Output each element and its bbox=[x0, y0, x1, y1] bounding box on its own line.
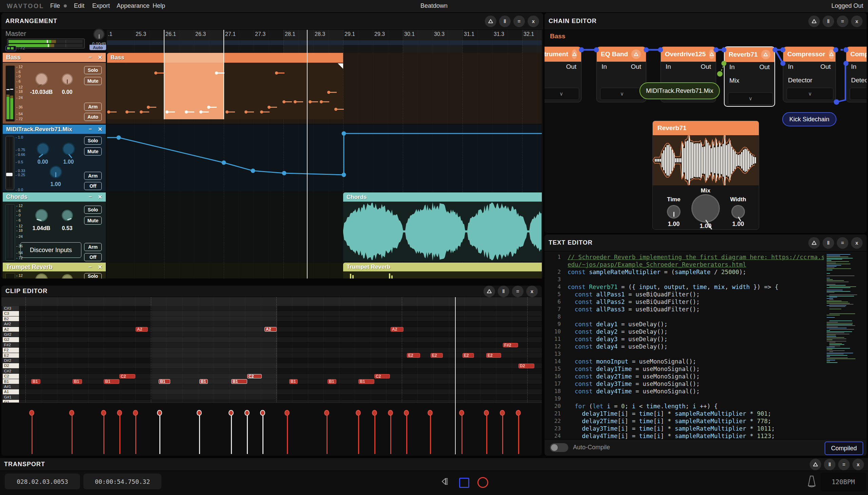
piano-key-A1[interactable]: A1 bbox=[3, 389, 19, 394]
velocity-stem[interactable] bbox=[103, 415, 104, 454]
menu-edit[interactable]: Edit bbox=[74, 2, 84, 10]
mix-knob[interactable] bbox=[691, 194, 720, 223]
kick-sidechain-node[interactable]: Kick Sidechain bbox=[782, 112, 836, 126]
pan-box[interactable] bbox=[5, 46, 16, 51]
bass-pan-knob[interactable] bbox=[62, 73, 73, 85]
node-header[interactable]: EQ Band bbox=[597, 47, 646, 62]
trumpet-clip-body[interactable] bbox=[343, 271, 542, 278]
velocity-stem[interactable] bbox=[462, 415, 463, 454]
code-line[interactable]: 9 const delay1 = useDelay(); bbox=[546, 321, 824, 328]
midi-note-B1[interactable]: B1 bbox=[358, 379, 374, 383]
midi-note-A2[interactable]: A2 bbox=[265, 327, 277, 331]
out-port-label[interactable]: Out bbox=[820, 63, 831, 70]
menu-icon[interactable]: = bbox=[838, 459, 850, 470]
chords-solo-button[interactable]: Solo bbox=[84, 206, 102, 214]
velocity-stem[interactable] bbox=[287, 415, 288, 454]
code-line[interactable]: 3 bbox=[546, 276, 824, 283]
midi-note-B1[interactable]: B1 bbox=[289, 379, 298, 383]
collapsed-track-row[interactable] bbox=[107, 40, 542, 45]
cycle-icon[interactable] bbox=[808, 237, 820, 249]
velocity-handle[interactable] bbox=[133, 410, 138, 416]
velocity-handle[interactable] bbox=[324, 410, 329, 416]
velocity-handle[interactable] bbox=[428, 410, 433, 416]
chain-node-trument[interactable]: trumentOut∨ bbox=[545, 47, 582, 102]
piano-key-Fs2[interactable]: F#2 bbox=[3, 343, 19, 347]
menu-appearance[interactable]: Appearance bbox=[117, 2, 150, 10]
mix-slider[interactable] bbox=[5, 136, 14, 190]
piano-key-B2[interactable]: B2 bbox=[3, 317, 19, 322]
code-line[interactable]: 6 const allPass2 = useBiQuadFilter(); bbox=[546, 298, 824, 306]
velocity-stem[interactable] bbox=[247, 415, 248, 454]
cycle-icon[interactable] bbox=[709, 50, 714, 59]
midi-note-D2[interactable]: D2 bbox=[518, 363, 534, 368]
chords-discover-inputs-button[interactable]: Discover Inputs bbox=[20, 242, 81, 258]
velocity-stem[interactable] bbox=[135, 415, 136, 454]
out-port-label[interactable]: Out bbox=[566, 63, 577, 70]
code-line[interactable]: 19 bbox=[546, 395, 824, 403]
code-line[interactable]: 4const Reverb71 = ({ input, output, time… bbox=[546, 283, 824, 291]
port-label-detector[interactable]: Detector bbox=[851, 76, 867, 84]
piano-key-Cs3[interactable]: C#3 bbox=[3, 306, 19, 311]
close-icon[interactable]: x bbox=[851, 237, 863, 249]
stop-button[interactable] bbox=[459, 478, 469, 488]
velocity-stem[interactable] bbox=[263, 415, 264, 454]
velocity-handle[interactable] bbox=[484, 410, 489, 416]
chords-pan-knob[interactable] bbox=[62, 210, 73, 221]
midi-note-E2[interactable]: E2 bbox=[431, 353, 443, 357]
midi-note-B1[interactable]: B1 bbox=[104, 379, 119, 383]
piano-key-As1[interactable]: A#1 bbox=[3, 384, 19, 389]
trumpet-solo-button[interactable]: Solo bbox=[84, 273, 102, 278]
midi-note-E2[interactable]: E2 bbox=[486, 353, 501, 357]
minimize-icon[interactable]: – bbox=[89, 54, 92, 61]
velocity-stem[interactable] bbox=[358, 415, 359, 454]
piano-key-Ds2[interactable]: D#2 bbox=[3, 358, 19, 363]
midimix-knob3[interactable] bbox=[50, 166, 62, 178]
cycle-icon[interactable] bbox=[572, 50, 577, 59]
velocity-stem[interactable] bbox=[327, 415, 328, 454]
midimix-knob2[interactable] bbox=[62, 143, 75, 155]
bpm-display[interactable]: 120BPM bbox=[820, 472, 866, 491]
midimix-off-button[interactable]: Off bbox=[84, 182, 102, 190]
cycle-icon[interactable] bbox=[810, 459, 821, 470]
code-line[interactable]: 12 const delay4 = useDelay(); bbox=[546, 343, 824, 350]
code-line[interactable]: 20 for (let i = 0; i < time.length; i ++… bbox=[546, 403, 824, 410]
chevron-down-icon[interactable]: ∨ bbox=[600, 88, 644, 100]
velocity-stem[interactable] bbox=[199, 415, 200, 454]
minimize-icon[interactable]: – bbox=[89, 194, 92, 200]
velocity-stem[interactable] bbox=[430, 415, 431, 454]
midi-note-Fs2[interactable]: F#2 bbox=[503, 343, 518, 347]
in-port-label[interactable]: In bbox=[601, 63, 607, 70]
midimix-track-header[interactable]: MIDITrack.Reverb71.Mix –✕ bbox=[3, 125, 106, 134]
pause-icon[interactable]: ‖ bbox=[822, 237, 834, 249]
bass-clip-body[interactable] bbox=[107, 63, 343, 119]
midi-note-B1[interactable]: B1 bbox=[231, 379, 247, 383]
chain-node-reverb71[interactable]: Reverb71InOutMix∨ bbox=[724, 47, 775, 107]
chain-node-compressor[interactable]: CompressorInDetector∨ bbox=[846, 47, 867, 102]
velocity-stem[interactable] bbox=[71, 415, 72, 454]
piano-key-G2[interactable]: G2 bbox=[3, 337, 19, 342]
midi-note-B1[interactable]: B1 bbox=[31, 379, 40, 383]
midimix-mute-button[interactable]: Mute bbox=[84, 148, 102, 155]
piano-key-Gs1[interactable]: G#1 bbox=[3, 395, 19, 400]
code-line[interactable]: 1// Schroeder Reverb implementing the fi… bbox=[546, 253, 824, 261]
piano-key-B1[interactable]: B1 bbox=[3, 379, 19, 384]
piano-key-E2[interactable]: E2 bbox=[3, 353, 19, 358]
auto-button-partial[interactable]: Auto bbox=[89, 45, 106, 50]
piano-key-Cs2[interactable]: C#2 bbox=[3, 369, 19, 374]
code-line[interactable]: 24 delay4Time[i] = time[i] * sampleRateM… bbox=[546, 432, 824, 439]
velocity-handle[interactable] bbox=[245, 410, 250, 416]
bass-solo-button[interactable]: Solo bbox=[84, 66, 102, 74]
in-port-label[interactable]: In bbox=[729, 63, 735, 71]
metronome-icon[interactable] bbox=[807, 475, 816, 489]
cycle-icon[interactable] bbox=[631, 50, 641, 59]
arrangement-playhead[interactable] bbox=[307, 30, 307, 278]
bass-mute-button[interactable]: Mute bbox=[84, 77, 102, 85]
code-line[interactable]: 17 const delay3Time = useMonoSignal(); bbox=[546, 380, 824, 388]
project-title[interactable]: Beatdown bbox=[420, 2, 448, 10]
midi-note-B1[interactable]: B1 bbox=[159, 379, 170, 383]
close-icon[interactable]: ✕ bbox=[98, 126, 102, 133]
velocity-handle[interactable] bbox=[500, 410, 505, 416]
compiled-button[interactable]: Compiled bbox=[824, 442, 863, 455]
velocity-handle[interactable] bbox=[404, 410, 409, 416]
code-line[interactable]: 23 delay3Time[i] = time[i] * sampleRateM… bbox=[546, 425, 824, 432]
